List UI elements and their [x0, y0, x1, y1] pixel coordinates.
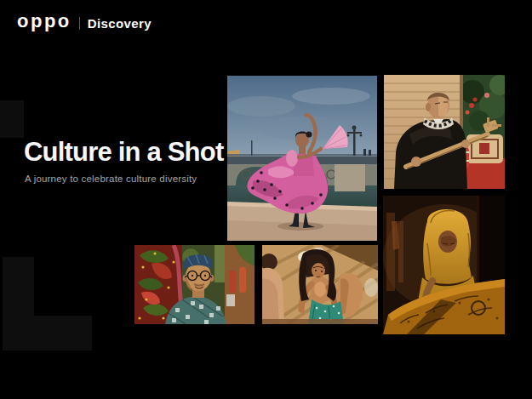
oppo-logo: oppo: [17, 12, 72, 31]
decor-block-horizontal: [3, 316, 92, 351]
page-title: Culture in a Shot: [24, 138, 223, 167]
photo-batik-elder: [134, 245, 255, 324]
photo-flamenco-dancer: [227, 76, 377, 241]
photo-batik-artisan: [383, 196, 505, 334]
hero-text: Culture in a Shot A journey to celebrate…: [24, 138, 223, 184]
page-subtitle: A journey to celebrate culture diversity: [25, 174, 223, 184]
discovery-logo: Discovery: [88, 16, 152, 31]
brand-divider: [79, 17, 80, 30]
decor-block-top-left: [0, 100, 24, 138]
photo-thatch-girl: [262, 245, 378, 324]
poster: oppo Discovery Culture in a Shot A journ…: [0, 0, 532, 399]
photo-instrument-player: [384, 75, 505, 189]
header: oppo Discovery: [17, 14, 152, 32]
